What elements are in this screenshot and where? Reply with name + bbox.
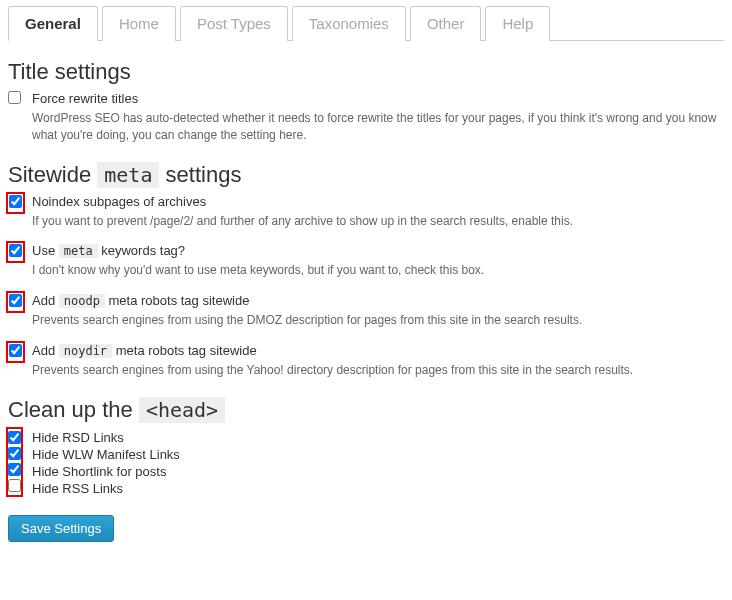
tab-help[interactable]: Help [485, 6, 550, 41]
tab-home[interactable]: Home [102, 6, 176, 41]
label-meta-keywords-pre: Use [32, 243, 59, 258]
checkbox-noindex-wrap [6, 192, 25, 214]
label-noydir-post: meta robots tag sitewide [112, 343, 257, 358]
label-hide-rsd: Hide RSD Links [32, 429, 724, 446]
checkbox-hide-rss[interactable] [8, 479, 21, 492]
label-noodp-pre: Add [32, 293, 59, 308]
label-noydir-pre: Add [32, 343, 59, 358]
section-sitewide-code: meta [97, 162, 159, 188]
checkbox-noodp-wrap [6, 291, 25, 313]
checkbox-noydir-wrap [6, 341, 25, 363]
label-hide-rss: Hide RSS Links [32, 480, 724, 497]
checkbox-noydir[interactable] [9, 344, 22, 357]
checkbox-force-rewrite-wrap [8, 91, 21, 107]
checkbox-hide-rsd[interactable] [8, 431, 21, 444]
tab-taxonomies[interactable]: Taxonomies [292, 6, 406, 41]
label-meta-keywords-code: meta [59, 244, 98, 258]
tab-post-types[interactable]: Post Types [180, 6, 288, 41]
checkbox-meta-keywords-wrap [6, 241, 25, 263]
label-meta-keywords-post: keywords tag? [98, 243, 185, 258]
checkbox-force-rewrite[interactable] [8, 91, 21, 104]
desc-noindex-subpages: If you want to prevent /page/2/ and furt… [32, 213, 724, 230]
cleanup-highlight [6, 427, 23, 497]
tabs: General Home Post Types Taxonomies Other… [8, 5, 724, 41]
section-sitewide-meta: Sitewide meta settings [8, 162, 724, 188]
cleanup-block: Hide RSD Links Hide WLW Manifest Links H… [8, 429, 724, 497]
checkbox-noodp[interactable] [9, 294, 22, 307]
section-title-settings: Title settings [8, 59, 724, 85]
checkbox-hide-wlw[interactable] [8, 447, 21, 460]
section-sitewide-post: settings [159, 162, 241, 187]
desc-noodp: Prevents search engines from using the D… [32, 312, 724, 329]
checkbox-meta-keywords[interactable] [9, 244, 22, 257]
label-hide-wlw: Hide WLW Manifest Links [32, 446, 724, 463]
desc-meta-keywords: I don't know why you'd want to use meta … [32, 262, 724, 279]
section-cleanup-pre: Clean up the [8, 397, 139, 422]
tab-general[interactable]: General [8, 6, 98, 41]
label-meta-keywords: Use meta keywords tag? [32, 243, 724, 258]
desc-force-rewrite: WordPress SEO has auto-detected whether … [32, 110, 724, 144]
desc-noydir: Prevents search engines from using the Y… [32, 362, 724, 379]
section-cleanup-head: Clean up the <head> [8, 397, 724, 423]
label-force-rewrite: Force rewrite titles [32, 91, 724, 106]
section-cleanup-code: <head> [139, 397, 225, 423]
checkbox-noindex-subpages[interactable] [9, 195, 22, 208]
label-noindex-subpages: Noindex subpages of archives [32, 194, 724, 209]
label-hide-shortlink: Hide Shortlink for posts [32, 463, 724, 480]
tab-other[interactable]: Other [410, 6, 482, 41]
label-noodp-post: meta robots tag sitewide [105, 293, 250, 308]
label-noydir-code: noydir [59, 344, 112, 358]
section-sitewide-pre: Sitewide [8, 162, 97, 187]
checkbox-hide-shortlink[interactable] [8, 463, 21, 476]
label-noydir: Add noydir meta robots tag sitewide [32, 343, 724, 358]
label-noodp-code: noodp [59, 294, 105, 308]
save-settings-button[interactable]: Save Settings [8, 515, 114, 542]
label-noodp: Add noodp meta robots tag sitewide [32, 293, 724, 308]
